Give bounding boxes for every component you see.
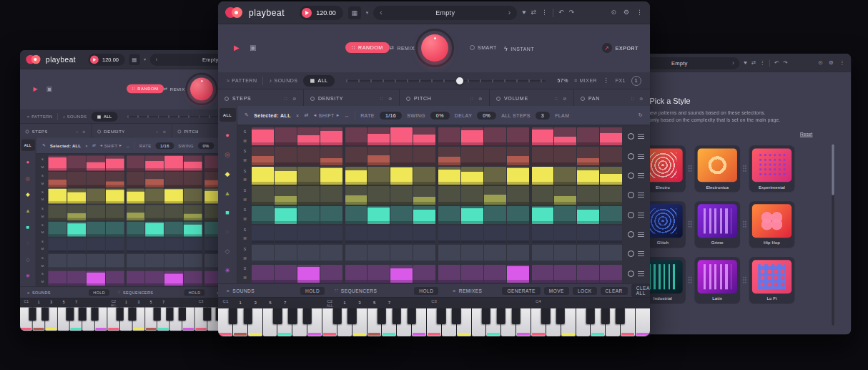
- step-cell[interactable]: [252, 206, 274, 224]
- step-cell[interactable]: [297, 245, 320, 263]
- step-cell[interactable]: [67, 188, 86, 203]
- density-slider-handle[interactable]: [456, 77, 463, 84]
- heart-icon[interactable]: ♥: [744, 60, 746, 66]
- drag-handle-icon[interactable]: [742, 276, 746, 284]
- mixer-button[interactable]: ≡MIXER: [574, 78, 597, 83]
- row-menu-icon[interactable]: [638, 173, 644, 178]
- step-cell[interactable]: [48, 205, 66, 220]
- step-cell[interactable]: [532, 206, 554, 224]
- random-button[interactable]: ∷RANDOM: [127, 84, 164, 94]
- pattern-number-badge[interactable]: 1: [631, 76, 641, 86]
- drag-handle-icon[interactable]: [742, 165, 746, 172]
- step-cell[interactable]: [507, 186, 529, 204]
- step-cell[interactable]: [48, 271, 66, 286]
- step-cell[interactable]: [554, 127, 576, 145]
- step-cell[interactable]: [600, 147, 622, 165]
- step-cell[interactable]: [184, 221, 202, 236]
- step-cell[interactable]: [368, 147, 390, 165]
- step-cell[interactable]: [320, 147, 342, 165]
- expand-icon[interactable]: ↔: [126, 143, 130, 147]
- lock-icon[interactable]: ⊘: [388, 96, 393, 101]
- step-cell[interactable]: [554, 245, 576, 263]
- gear-icon[interactable]: ⚙: [623, 9, 629, 16]
- black-key[interactable]: [541, 308, 550, 324]
- mute-button[interactable]: M: [243, 140, 246, 143]
- step-cell[interactable]: [252, 127, 274, 145]
- step-cell[interactable]: [390, 206, 413, 224]
- step-cell[interactable]: [106, 172, 124, 187]
- black-key[interactable]: [229, 308, 237, 324]
- redo-icon[interactable]: ↷: [783, 60, 787, 66]
- fx-button[interactable]: FX1: [616, 78, 626, 83]
- black-key[interactable]: [41, 308, 49, 321]
- step-cell[interactable]: [507, 127, 529, 145]
- row-knob[interactable]: [628, 212, 634, 218]
- row-knob[interactable]: [628, 231, 634, 238]
- step-cell[interactable]: [484, 127, 506, 145]
- black-key[interactable]: [511, 308, 520, 324]
- step-cell[interactable]: [145, 172, 164, 187]
- step-cell[interactable]: [184, 238, 202, 253]
- pattern-view-button[interactable]: ▦: [129, 54, 139, 64]
- step-cell[interactable]: [532, 265, 554, 283]
- step-cell[interactable]: [106, 188, 124, 203]
- mute-button[interactable]: M: [41, 264, 44, 267]
- black-key[interactable]: [92, 308, 99, 321]
- track-icon-1[interactable]: ●: [218, 125, 237, 145]
- column-density[interactable]: DENSITY∷⊘: [304, 89, 400, 107]
- step-cell[interactable]: [390, 147, 413, 165]
- pencil-icon[interactable]: ✎: [42, 143, 46, 148]
- white-key[interactable]: [636, 308, 650, 336]
- undo-icon[interactable]: ↶: [558, 9, 564, 16]
- generate-button[interactable]: GENERATE: [502, 287, 540, 295]
- swing-value[interactable]: 0%: [198, 142, 214, 149]
- step-cell[interactable]: [87, 254, 105, 269]
- step-cell[interactable]: [345, 127, 368, 145]
- dice-icon[interactable]: ∷: [555, 96, 558, 101]
- black-key[interactable]: [497, 308, 505, 324]
- dice-icon[interactable]: ∷: [76, 130, 79, 134]
- solo-button[interactable]: S: [41, 240, 44, 243]
- step-cell[interactable]: [87, 155, 105, 170]
- black-key[interactable]: [586, 308, 595, 324]
- globe-icon[interactable]: ⊙: [611, 9, 616, 16]
- step-cell[interactable]: [390, 186, 413, 204]
- tab-sounds[interactable]: ♪SOUNDS: [63, 115, 87, 119]
- step-cell[interactable]: [87, 188, 105, 203]
- step-cell[interactable]: [484, 265, 506, 283]
- row-knob[interactable]: [628, 192, 634, 198]
- track-icon-5[interactable]: ■: [218, 203, 237, 222]
- row-knob[interactable]: [628, 271, 634, 277]
- step-cell[interactable]: [438, 127, 460, 145]
- black-key[interactable]: [332, 308, 341, 324]
- row-menu-icon[interactable]: [638, 134, 644, 139]
- step-cell[interactable]: [67, 254, 86, 269]
- black-key[interactable]: [79, 308, 86, 321]
- step-cell[interactable]: [275, 245, 297, 263]
- pattern-view-button[interactable]: ▦: [348, 6, 361, 19]
- step-cell[interactable]: [275, 167, 297, 185]
- step-cell[interactable]: [345, 206, 368, 224]
- clear-all-button[interactable]: CLEAR ALL: [631, 284, 650, 297]
- step-cell[interactable]: [413, 167, 435, 185]
- solo-button[interactable]: S: [244, 170, 246, 173]
- expand-icon[interactable]: ↔: [345, 113, 350, 118]
- black-key[interactable]: [179, 308, 186, 321]
- step-cell[interactable]: [438, 147, 460, 165]
- step-cell[interactable]: [554, 147, 576, 165]
- preset-selector[interactable]: ‹Empty›: [373, 6, 517, 20]
- step-cell[interactable]: [184, 271, 202, 286]
- step-cell[interactable]: [438, 206, 460, 224]
- scrollbar-track[interactable]: [832, 145, 834, 326]
- pencil-icon[interactable]: ✎: [245, 112, 249, 118]
- row-menu-icon[interactable]: [638, 213, 644, 218]
- step-cell[interactable]: [297, 147, 320, 165]
- step-cell[interactable]: [577, 167, 599, 185]
- mute-button[interactable]: M: [41, 165, 44, 168]
- mute-button[interactable]: M: [41, 231, 44, 234]
- row-menu-icon[interactable]: [638, 271, 644, 276]
- solo-button[interactable]: S: [244, 208, 246, 212]
- mute-button[interactable]: M: [41, 248, 44, 250]
- gear-icon[interactable]: ⚙: [829, 60, 834, 66]
- step-cell[interactable]: [297, 265, 320, 283]
